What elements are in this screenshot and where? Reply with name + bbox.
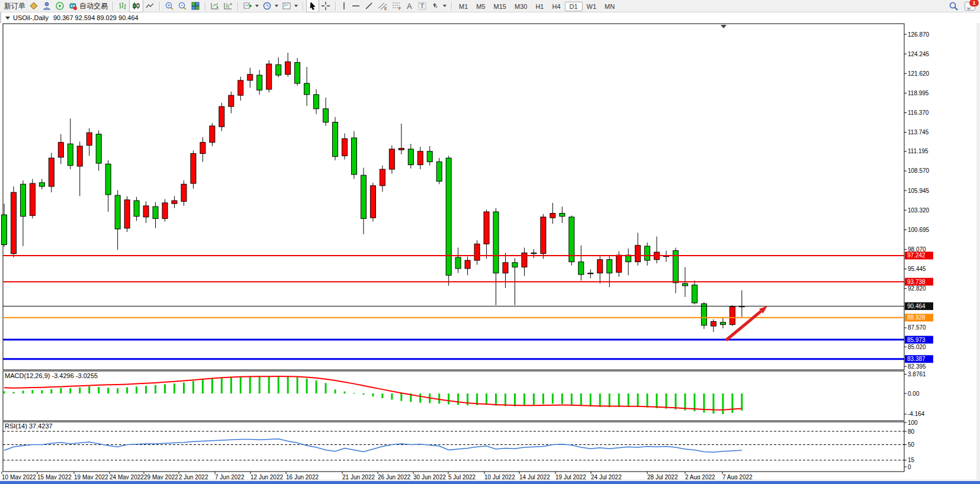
new-chart-button[interactable]: [241, 0, 261, 12]
timeframe-h1[interactable]: H1: [531, 2, 548, 11]
candlestick-chart-icon: [131, 1, 141, 11]
tile-windows-button[interactable]: [189, 0, 202, 12]
notification-badge: 1: [969, 0, 979, 7]
timeframe-m15[interactable]: M15: [490, 2, 510, 11]
rsi-axis-label: 50: [908, 441, 915, 448]
macd-bar: [136, 386, 137, 393]
macd-bar: [230, 377, 232, 393]
cursor-button[interactable]: [306, 0, 319, 12]
macd-bar: [448, 393, 449, 404]
chart-canvas[interactable]: 126.870124.245121.620118.995116.370113.7…: [0, 0, 980, 484]
bar-chart-button[interactable]: [116, 0, 129, 12]
macd-bar: [628, 393, 629, 406]
template-icon: [282, 1, 291, 11]
separator: [113, 2, 113, 11]
zoom-out-icon: [178, 1, 187, 11]
macd-bar: [88, 386, 90, 393]
window-edge: [976, 12, 980, 481]
search-icon[interactable]: [949, 1, 959, 11]
profile-icon: [42, 1, 52, 11]
macd-bar: [69, 388, 71, 393]
timeframe-m1[interactable]: M1: [455, 2, 472, 11]
macd-bar: [221, 378, 223, 393]
timeframe-d1[interactable]: D1: [565, 2, 583, 11]
macd-bar: [126, 388, 128, 394]
line-chart-icon: [145, 1, 155, 11]
macd-bar: [609, 393, 611, 407]
timeframe-m30[interactable]: M30: [510, 2, 531, 11]
trendline-button[interactable]: [362, 0, 375, 12]
symbol-dropdown-icon[interactable]: [5, 17, 10, 20]
separator: [451, 2, 452, 11]
price-badge-value: 93.738: [907, 279, 926, 285]
arrows-button[interactable]: [429, 0, 448, 12]
zoom-in-icon: [165, 1, 174, 11]
rsi-label: RSI(14) 37.4237: [5, 422, 53, 430]
fibonacci-button[interactable]: F: [390, 0, 404, 12]
macd-bar: [400, 393, 402, 401]
horizontal-line-button[interactable]: [349, 0, 362, 12]
price-tick-label: 92.820: [908, 285, 926, 292]
zoom-out-button[interactable]: [176, 0, 189, 12]
candle: [446, 156, 451, 286]
chevron-down-icon: [294, 5, 298, 7]
auto-trading-button[interactable]: 自动交易: [66, 0, 110, 12]
svg-text:T: T: [420, 2, 425, 9]
price-tick-label: 113.745: [908, 129, 929, 135]
equidistant-channel-icon: E: [377, 1, 388, 11]
candle: [541, 214, 546, 259]
periodicity-button[interactable]: [261, 0, 280, 12]
timeframe-m5[interactable]: M5: [472, 2, 489, 11]
text-icon: A: [406, 1, 414, 11]
separator: [159, 2, 160, 11]
chat-icon[interactable]: 1: [965, 2, 975, 11]
candlestick-chart-button[interactable]: [129, 0, 143, 12]
candle: [219, 103, 224, 131]
chart-title-bar: USOil-,Daily 90.367 92.594 89.029 90.464: [0, 12, 980, 23]
horizontal-line-icon: [351, 2, 361, 9]
template-button[interactable]: [280, 0, 300, 12]
autotrading-icon: [68, 1, 78, 11]
zoom-in-button[interactable]: [163, 0, 176, 12]
line-chart-button[interactable]: [143, 0, 156, 12]
candle: [191, 150, 196, 188]
macd-bar: [666, 393, 667, 409]
price-badge-value: 90.464: [907, 303, 926, 309]
macd-label: MACD(12,26,9) -3.4296 -3.0255: [5, 372, 98, 379]
macd-bar: [580, 393, 582, 406]
chart-shift-button[interactable]: [208, 0, 221, 12]
macd-bar: [731, 393, 733, 413]
price-tick-label: 124.245: [908, 51, 930, 57]
vertical-line-button[interactable]: [339, 0, 349, 12]
trendline-icon: [364, 1, 374, 11]
macd-bar: [362, 393, 364, 395]
text-label-icon: T: [417, 1, 427, 11]
new-chart-icon: [243, 1, 252, 11]
macd-bar: [571, 393, 573, 405]
timeframe-w1[interactable]: W1: [583, 2, 601, 11]
text-button[interactable]: A: [404, 0, 416, 12]
timeframe-mn[interactable]: MN: [600, 2, 619, 11]
profile-button[interactable]: [40, 0, 53, 12]
signals-button[interactable]: [53, 0, 66, 12]
macd-axis-label: -4.164: [908, 411, 925, 417]
signal-icon: [55, 1, 65, 11]
price-badge-value: 97.242: [907, 252, 926, 259]
new-order-button[interactable]: 新订单: [2, 0, 27, 12]
timeframe-group: M1M5M15M30H1H4D1W1MN: [455, 1, 619, 11]
equidistant-channel-button[interactable]: E: [375, 0, 390, 12]
text-label-button[interactable]: T: [416, 0, 429, 12]
candle: [333, 117, 338, 160]
macd-bar: [22, 391, 24, 393]
macd-bar: [98, 387, 99, 393]
crosshair-button[interactable]: [319, 0, 332, 12]
candle: [370, 183, 375, 222]
macd-bar: [467, 393, 468, 405]
market-depth-button[interactable]: [27, 0, 40, 12]
macd-bar: [316, 380, 317, 393]
macd-bar: [173, 383, 175, 393]
timeframe-h4[interactable]: H4: [548, 2, 564, 11]
auto-scroll-button[interactable]: [221, 0, 234, 12]
macd-bar: [60, 388, 62, 393]
price-badge-value: 88.928: [907, 314, 926, 321]
